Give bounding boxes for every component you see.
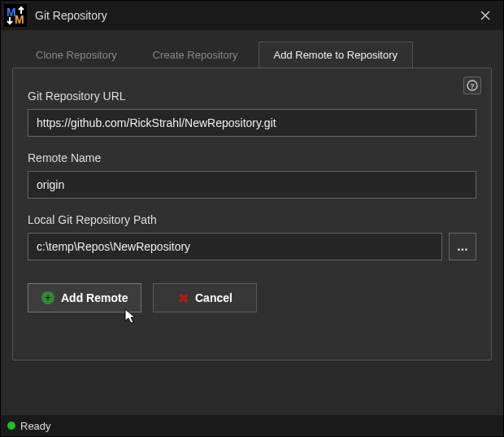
local-path-input[interactable] — [28, 233, 442, 260]
close-icon — [480, 11, 490, 20]
browse-button[interactable]: ... — [449, 233, 476, 260]
close-button[interactable] — [474, 4, 497, 27]
url-label: Git Repository URL — [28, 90, 476, 103]
status-text: Ready — [20, 420, 51, 432]
tab-bar: Clone Repository Create Repository Add R… — [1, 30, 503, 68]
cancel-button[interactable]: ✖ Cancel — [153, 283, 257, 312]
help-button[interactable]: ? — [463, 76, 481, 94]
cancel-icon: ✖ — [178, 291, 189, 306]
help-icon: ? — [467, 80, 478, 91]
tab-clone-repository[interactable]: Clone Repository — [20, 42, 133, 68]
titlebar: M M Git Repository — [1, 1, 503, 30]
add-remote-label: Add Remote — [61, 291, 128, 304]
status-indicator-icon — [7, 422, 15, 430]
add-remote-button[interactable]: + Add Remote — [28, 283, 141, 312]
status-bar: Ready — [1, 415, 503, 436]
local-path-label: Local Git Repository Path — [28, 213, 476, 226]
remote-name-input[interactable] — [28, 171, 476, 199]
svg-text:M: M — [15, 13, 24, 26]
plus-icon: + — [41, 291, 54, 304]
cancel-label: Cancel — [195, 291, 232, 304]
svg-text:?: ? — [470, 82, 475, 90]
remote-name-label: Remote Name — [28, 151, 476, 164]
form-panel: ? Git Repository URL Remote Name Local G… — [12, 68, 492, 361]
tab-create-repository[interactable]: Create Repository — [137, 42, 254, 68]
app-icon: M M — [4, 4, 27, 27]
url-input[interactable] — [28, 109, 476, 137]
tab-add-remote[interactable]: Add Remote to Repository — [259, 42, 413, 68]
window-title: Git Repository — [35, 9, 474, 22]
